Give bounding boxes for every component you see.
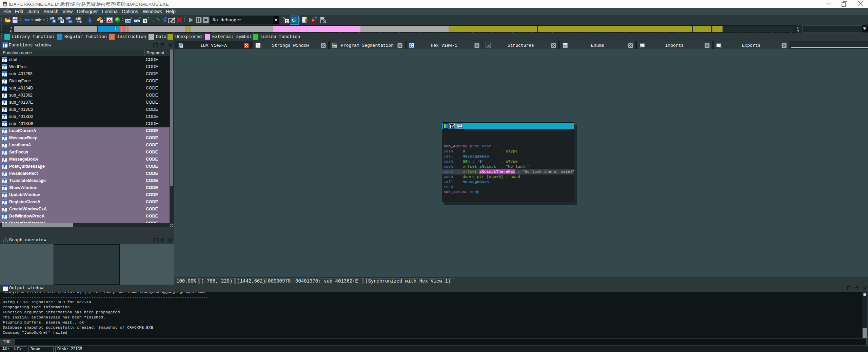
svg-text:CODE: CODE [126,20,133,22]
svg-text:DATA: DATA [134,20,140,22]
svg-text:C: C [292,18,294,23]
svg-text:C: C [286,20,288,24]
svg-text:101: 101 [68,20,73,23]
svg-text:'s: 's [151,18,155,23]
svg-text:A: A [144,19,147,23]
